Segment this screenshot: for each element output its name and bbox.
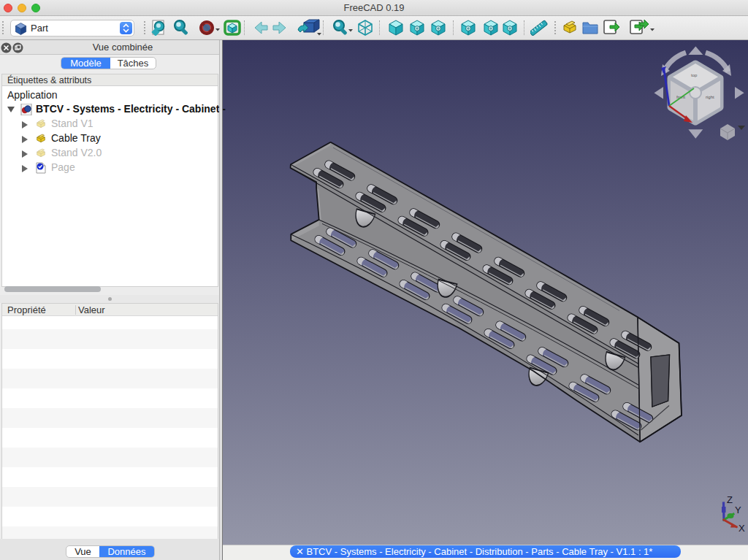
svg-text:X: X bbox=[739, 523, 745, 534]
svg-text:Z: Z bbox=[727, 494, 733, 505]
svg-text:right: right bbox=[706, 95, 714, 99]
svg-text:top: top bbox=[691, 73, 698, 77]
svg-text:Y: Y bbox=[735, 505, 741, 515]
